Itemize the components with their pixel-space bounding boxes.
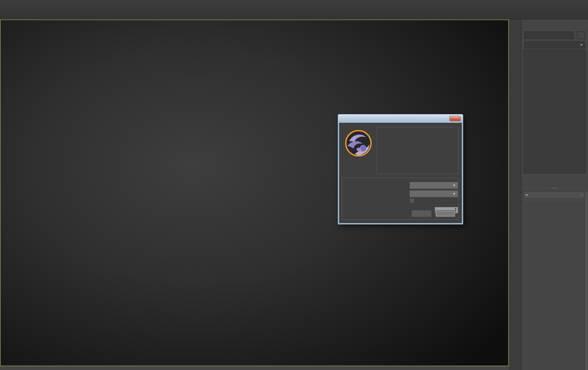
top-toolbar-area	[0, 0, 588, 19]
panel-splitter[interactable]: ••••••	[523, 188, 586, 190]
dialog-body	[339, 123, 462, 223]
max-application-window: •••••• ⠿	[0, 0, 588, 370]
ornatrix-toolbar	[509, 19, 521, 370]
settings-group	[342, 178, 459, 220]
ornatrix-settings-dialog	[338, 114, 463, 225]
ok-button[interactable]	[435, 210, 455, 217]
parameters-rollout: ⠿	[523, 192, 585, 203]
use-fur-shading-checkbox[interactable]	[410, 199, 416, 203]
object-color-swatch[interactable]	[577, 31, 585, 39]
viewport-mode-dropdown[interactable]	[410, 182, 458, 189]
object-name-input[interactable]	[524, 31, 574, 39]
checkbox-icon	[410, 199, 414, 203]
information-text	[377, 127, 459, 131]
ornatrix-logo	[345, 129, 372, 157]
parameters-rollout-header[interactable]: ⠿	[523, 192, 585, 199]
chevron-down-icon	[580, 44, 583, 46]
modifier-stack-toolbar	[524, 175, 586, 183]
chevron-down-icon	[453, 193, 455, 195]
command-panel: •••••• ⠿	[522, 19, 588, 370]
panel-scrollbar[interactable]	[585, 192, 587, 370]
modifier-list-dropdown[interactable]	[524, 41, 585, 48]
modifier-stack	[524, 50, 586, 173]
close-button[interactable]	[449, 116, 461, 121]
chevron-down-icon	[453, 185, 455, 186]
parameters-body	[523, 199, 585, 203]
information-group	[377, 127, 459, 174]
rollout-collapse-icon	[525, 194, 528, 196]
dialog-titlebar[interactable]	[338, 114, 463, 123]
status-bar-area	[0, 366, 521, 370]
rollout-grip-icon: ⠿	[580, 193, 583, 197]
cancel-button[interactable]	[411, 210, 432, 217]
camera-facing-dropdown[interactable]	[410, 190, 458, 197]
splitter-grip: ••••••	[551, 187, 559, 189]
